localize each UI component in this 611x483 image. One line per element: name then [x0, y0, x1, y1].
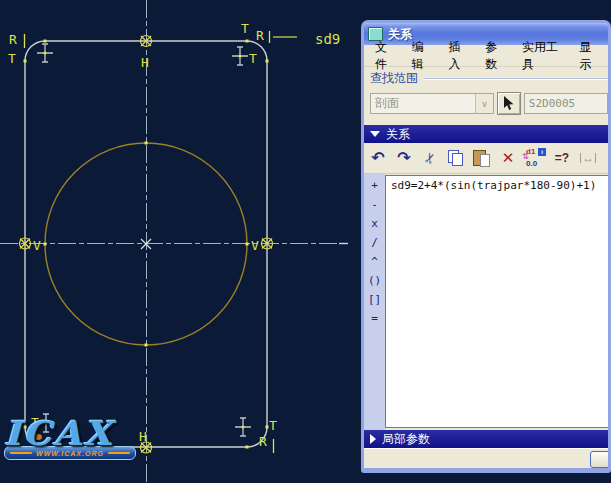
redo-icon: ↷ [397, 150, 410, 166]
constraint-label-tr-r[interactable]: R [256, 28, 264, 43]
evaluate-icon: =? [555, 151, 569, 165]
constraint-label-tl-r[interactable]: R [9, 32, 17, 47]
target-model-value: S2D0005 [529, 97, 575, 110]
operator-parens[interactable]: () [368, 274, 381, 287]
relations-text-editor[interactable]: sd9=2+4*(sin(trajpar*180-90)+1) [385, 175, 608, 428]
constraint-label-right-v[interactable]: V [251, 238, 259, 253]
constraint-label-br-t[interactable]: T [269, 418, 277, 433]
look-in-section: 查找范围 剖面 ∨ S2D0005 [364, 67, 608, 125]
operator-strip: + - x / ^ () [] = [364, 174, 385, 430]
operator-equals[interactable]: = [371, 312, 378, 325]
scissors-icon: ✂ [420, 150, 439, 166]
chevron-down-icon[interactable]: ∨ [475, 94, 493, 113]
relations-section-label: 关系 [386, 126, 410, 143]
constraint-label-tr-t[interactable]: T [241, 21, 249, 36]
constraint-label-top-h[interactable]: H [141, 55, 149, 70]
paste-button[interactable] [472, 148, 492, 168]
relations-toolbar: ↶ ↷ ✂ ✕ d1 ⇅ 0.0 i =? ↔ [364, 143, 608, 174]
expand-triangle-icon [370, 434, 376, 444]
constraint-label-tr-t2[interactable]: T [249, 51, 257, 66]
cut-button[interactable]: ✂ [420, 148, 440, 168]
watermark-letters: ICAX [4, 417, 136, 448]
scope-combobox-value: 剖面 [371, 95, 475, 112]
select-pointer-button[interactable] [497, 92, 521, 115]
scope-combobox[interactable]: 剖面 ∨ [370, 93, 494, 114]
dialog-bottom-bar [364, 448, 608, 468]
operator-minus[interactable]: - [371, 198, 378, 211]
delete-button[interactable]: ✕ [498, 148, 518, 168]
operator-plus[interactable]: + [371, 179, 378, 192]
target-model-field[interactable]: S2D0005 [524, 93, 608, 114]
operator-multiply[interactable]: x [371, 217, 378, 230]
relations-section-header[interactable]: 关系 [364, 125, 608, 143]
dim-value-text: 0.0 [526, 160, 537, 168]
groupbox-rule [424, 78, 608, 79]
operator-brackets[interactable]: [] [368, 293, 381, 306]
operator-power[interactable]: ^ [371, 255, 378, 268]
constraint-label-br-r[interactable]: R [259, 434, 267, 449]
relations-dialog: 关系 文件 编辑 插入 参数 实用工具 显示 查找范围 剖面 ∨ S2D0005 [361, 20, 611, 473]
ok-button-partial[interactable] [590, 451, 611, 468]
undo-button[interactable]: ↶ [368, 148, 388, 168]
constraint-label-bottom-h[interactable]: H [139, 429, 147, 444]
icax-watermark: ICAX WWW.ICAX.ORG [4, 416, 136, 460]
undo-icon: ↶ [371, 150, 384, 166]
operator-divide[interactable]: / [371, 236, 378, 249]
constraint-label-tl-t[interactable]: T [8, 51, 16, 66]
delete-x-icon: ✕ [502, 149, 515, 167]
cursor-arrow-icon [503, 96, 515, 111]
local-parameters-label: 局部参数 [382, 431, 430, 448]
relations-editor-area: + - x / ^ () [] = sd9=2+4*(sin(trajpar*1… [364, 174, 608, 430]
measure-icon: ↔ [580, 153, 596, 163]
relation-expression[interactable]: sd9=2+4*(sin(trajpar*180-90)+1) [391, 179, 608, 192]
info-badge-icon: i [538, 148, 546, 156]
look-in-label: 查找范围 [370, 70, 418, 87]
dialog-menubar: 文件 编辑 插入 参数 实用工具 显示 [364, 45, 608, 67]
dimension-handles[interactable] [37, 44, 251, 436]
toggle-dimension-display-button[interactable]: d1 ⇅ 0.0 i [524, 148, 546, 168]
local-parameters-header[interactable]: 局部参数 [364, 430, 608, 448]
redo-button[interactable]: ↷ [394, 148, 414, 168]
dimension-label-sd9[interactable]: sd9 [315, 31, 340, 47]
tangent-ticks [25, 31, 274, 453]
collapse-triangle-icon [370, 131, 380, 137]
constraint-label-left-v[interactable]: V [33, 238, 41, 253]
measure-button-disabled[interactable]: ↔ [578, 148, 598, 168]
evaluate-button[interactable]: =? [552, 148, 572, 168]
copy-button[interactable] [446, 148, 466, 168]
handle-center-dots [43, 51, 244, 428]
